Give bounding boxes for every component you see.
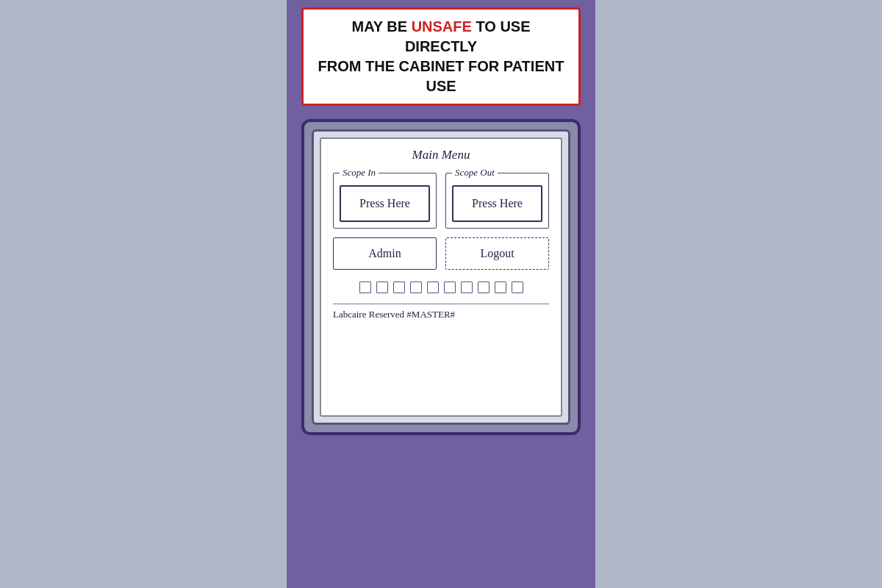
bottom-buttons: Admin Logout: [333, 237, 549, 270]
warning-line1-start: MAY BE: [351, 18, 411, 35]
footer-text: Labcaire Reserved #MASTER#: [333, 309, 455, 320]
unsafe-word: UNSAFE: [412, 18, 472, 35]
scope-out-button[interactable]: Press Here: [452, 185, 542, 222]
scope-out-label: Scope Out: [452, 167, 498, 179]
footer-bar: Labcaire Reserved #MASTER#: [333, 304, 549, 320]
screen-outer: Main Menu Scope In Press Here Scope Out …: [301, 119, 581, 435]
screen-inner: Main Menu Scope In Press Here Scope Out …: [312, 129, 570, 425]
indicator-1: [359, 282, 371, 293]
scope-in-group: Scope In Press Here: [333, 173, 437, 229]
scope-out-group: Scope Out Press Here: [445, 173, 549, 229]
scope-in-button[interactable]: Press Here: [340, 185, 430, 222]
warning-text: MAY BE UNSAFE TO USE DIRECTLY FROM THE C…: [314, 17, 568, 96]
indicator-7: [461, 282, 473, 293]
indicator-2: [376, 282, 388, 293]
screen-display: Main Menu Scope In Press Here Scope Out …: [320, 137, 562, 417]
warning-line2: FROM THE CABINET FOR PATIENT USE: [318, 58, 564, 94]
scope-in-label: Scope In: [340, 167, 379, 179]
main-buttons-grid: Scope In Press Here Scope Out Press Here: [333, 173, 549, 229]
indicator-8: [478, 282, 490, 293]
warning-sign: MAY BE UNSAFE TO USE DIRECTLY FROM THE C…: [301, 7, 581, 106]
logout-button[interactable]: Logout: [445, 237, 549, 270]
indicator-4: [410, 282, 422, 293]
screen-title: Main Menu: [333, 148, 549, 162]
indicator-9: [495, 282, 506, 293]
admin-button[interactable]: Admin: [333, 237, 437, 270]
cabinet-panel: MAY BE UNSAFE TO USE DIRECTLY FROM THE C…: [287, 0, 595, 588]
indicator-6: [444, 282, 456, 293]
indicator-5: [427, 282, 439, 293]
indicator-row: [333, 279, 549, 296]
indicator-3: [393, 282, 405, 293]
indicator-10: [512, 282, 523, 293]
